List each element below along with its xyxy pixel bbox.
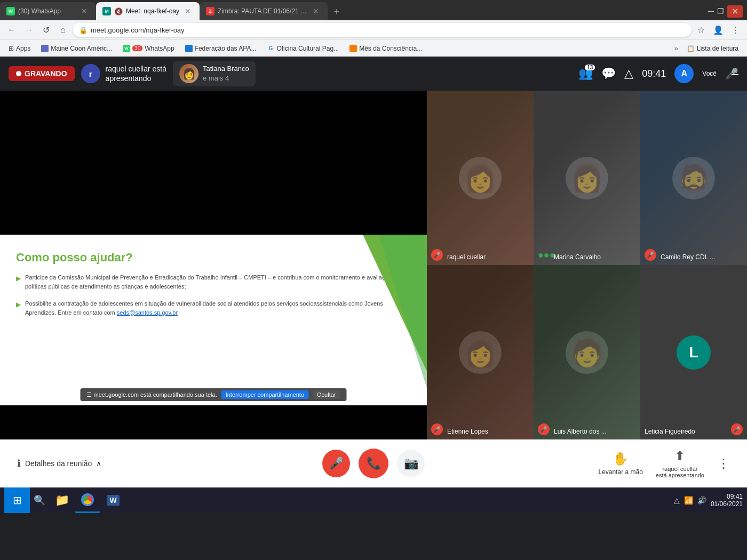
slide-bullet-1: ▶ Participe da Comissão Municipal de Pre… (16, 273, 411, 291)
reading-list-label: Lista de leitura (697, 45, 738, 52)
slide-bullet-2: ▶ Possibilite a contratação de adolescen… (16, 299, 411, 317)
tab-label: Meet: nqa-fkef-oay (126, 7, 179, 15)
bookmark-whatsapp[interactable]: W 30 WhatsApp (118, 44, 178, 53)
bookmark-favicon (185, 45, 193, 52)
reading-list-button[interactable]: 📋 Lista de leitura (682, 44, 743, 53)
participants-button[interactable]: 👥 13 (578, 67, 593, 81)
guest-avatar: 👩 (179, 64, 198, 83)
name-tag-camilo: Camilo Rey CDL ... (661, 253, 715, 261)
meet-main: Como posso ajudar? ▶ Participe da Comiss… (0, 91, 747, 439)
tab-label: (30) WhatsApp (18, 7, 76, 15)
back-button[interactable]: ← (4, 22, 19, 37)
presenter-avatar: r (81, 64, 100, 83)
bottom-center-controls: 🎤 📞 📷 (322, 449, 425, 478)
file-explorer-icon: 📁 (55, 493, 69, 507)
bookmark-label: Maine Coon Améric... (51, 45, 112, 52)
talking-indicator: ●●● (538, 250, 555, 261)
video-tile-etienne: 👩 🎤 Etienne Lopes (427, 265, 534, 439)
tab-close-icon[interactable]: ✕ (182, 6, 193, 17)
apps-bookmark[interactable]: ⊞ Apps (4, 44, 35, 53)
new-tab-button[interactable]: ＋ (328, 2, 346, 20)
profile-button[interactable]: 👤 (711, 22, 726, 37)
meet-time: 09:41 (642, 68, 666, 79)
home-button[interactable]: ⌂ (55, 22, 70, 37)
windows-logo-icon: ⊞ (13, 494, 22, 507)
start-button[interactable]: ⊞ (4, 487, 30, 513)
presenting-indicator[interactable]: ⬆ raquel cuellarestá apresentando (656, 449, 704, 478)
email-link[interactable]: seds@santos.sp.gov.br (117, 309, 178, 316)
taskbar-systray: △ 📶 🔊 (674, 496, 706, 505)
end-call-button[interactable]: 📞 (359, 449, 388, 478)
volume-icon[interactable]: 🔊 (697, 496, 706, 505)
bookmark-star-button[interactable]: ☆ (694, 22, 709, 37)
tab-whatsapp[interactable]: W (30) WhatsApp ✕ (0, 2, 96, 20)
chrome-icon (81, 493, 94, 506)
close-button[interactable]: ✕ (727, 5, 743, 18)
bullet-text-1: Participe da Comissão Municipal de Preve… (25, 273, 411, 291)
meeting-details-label: Detalhes da reunião (25, 459, 92, 468)
bookmarks-more-button[interactable]: » (674, 44, 678, 52)
mute-icon-etienne: 🎤 (431, 423, 443, 435)
bookmark-label: Federação das APA... (195, 45, 257, 52)
chat-button[interactable]: 💬 (601, 67, 616, 81)
restore-button[interactable]: ❐ (717, 7, 724, 15)
reload-button[interactable]: ↺ (38, 22, 53, 37)
tab-zimbra[interactable]: Z Zimbra: PAUTA DE 01/06/21 - TE... ✕ (200, 2, 328, 20)
lock-icon: 🔒 (79, 26, 88, 34)
network-icon[interactable]: 📶 (684, 496, 693, 505)
tab-close-icon[interactable]: ✕ (311, 6, 321, 17)
stop-sharing-button[interactable]: Interromper compartilhamento (221, 390, 308, 399)
bookmark-label: Oficina Cultural Pag... (276, 45, 339, 52)
bookmark-oficina[interactable]: G Oficina Cultural Pag... (263, 44, 343, 53)
bullet-arrow-icon: ▶ (16, 274, 21, 283)
taskbar-word[interactable]: W (100, 487, 126, 513)
notification-icon[interactable]: △ (674, 496, 680, 505)
address-field[interactable]: 🔒 meet.google.com/nqa-fkef-oay (73, 23, 692, 37)
google-favicon: G (267, 45, 274, 52)
taskbar-file-explorer[interactable]: 📁 (49, 487, 75, 513)
share-screen-icon: ⬆ (674, 449, 685, 463)
user-avatar[interactable]: A (674, 64, 694, 83)
address-text: meet.google.com/nqa-fkef-oay (91, 26, 185, 34)
black-top-area (0, 91, 427, 235)
more-options-icon: ⋮ (717, 456, 730, 471)
name-tag-raquel: raquel cuellar (447, 253, 486, 261)
tab-meet[interactable]: M 🔇 Meet: nqa-fkef-oay ✕ (96, 2, 200, 20)
tab-favicon: M (102, 7, 111, 15)
meet-top-right: 👥 13 💬 △ 09:41 A Você 🎤̶ (578, 64, 738, 83)
taskbar-search[interactable]: 🔍 (30, 487, 49, 513)
bookmark-mes-consciencia[interactable]: Mês da Consciência... (345, 44, 426, 53)
address-bar-row: ← → ↺ ⌂ 🔒 meet.google.com/nqa-fkef-oay ☆… (0, 20, 747, 39)
green-shape-2 (379, 235, 427, 405)
tab-favicon: W (6, 7, 15, 15)
more-options-button[interactable]: ⋮ (717, 456, 730, 471)
taskbar-date: 01/06/2021 (711, 500, 743, 508)
tab-mute-icon[interactable]: 🔇 (114, 7, 123, 15)
chat-icon: 💬 (601, 67, 616, 81)
raise-hand-button[interactable]: ✋ Levantar a mão (598, 451, 642, 476)
info-icon: ℹ (17, 458, 21, 469)
hide-button[interactable]: Ocultar (313, 390, 340, 399)
tab-close-icon[interactable]: ✕ (79, 6, 90, 17)
badge-30: 30 (132, 45, 142, 51)
minimize-button[interactable]: ─ (708, 6, 714, 16)
meeting-details[interactable]: ℹ Detalhes da reunião ∧ (17, 458, 101, 469)
user-label: Você (702, 70, 717, 77)
bookmark-federacao[interactable]: Federação das APA... (181, 44, 261, 53)
name-tag-luis: Luis Alberto dos ... (554, 428, 607, 435)
activities-button[interactable]: △ (624, 67, 633, 81)
name-tag-leticia: Leticia Figueiredo (645, 428, 695, 435)
menu-button[interactable]: ⋮ (728, 22, 743, 37)
apps-grid-icon: ⊞ (9, 45, 14, 52)
forward-button[interactable]: → (21, 22, 36, 37)
presentation-area: Como posso ajudar? ▶ Participe da Comiss… (0, 91, 427, 439)
camera-button[interactable]: 📷 (397, 450, 425, 477)
recording-badge: GRAVANDO (9, 66, 75, 81)
bullet-arrow-icon-2: ▶ (16, 300, 21, 309)
search-icon: 🔍 (34, 494, 45, 506)
mute-icon-leticia: 🎤 (731, 423, 743, 435)
taskbar-chrome[interactable] (75, 487, 100, 513)
mute-button[interactable]: 🎤 (322, 450, 350, 477)
taskbar: ⊞ 🔍 📁 W △ 📶 🔊 09:41 01/06/2021 (0, 487, 747, 513)
bookmark-maine-coon[interactable]: Maine Coon Améric... (37, 44, 116, 53)
